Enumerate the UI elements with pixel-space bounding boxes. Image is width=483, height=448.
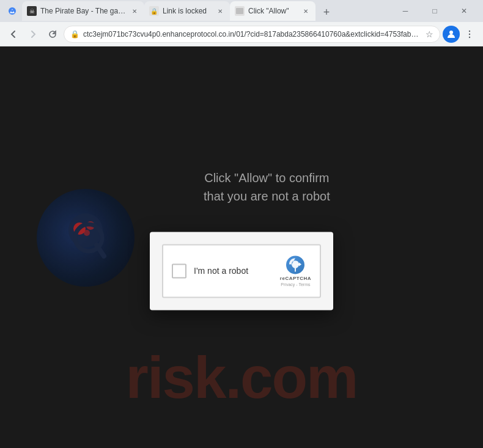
tab-click-allow-favicon <box>235 6 245 16</box>
bookmark-icon[interactable]: ☆ <box>426 29 433 39</box>
recaptcha-terms-link[interactable]: Terms <box>298 282 310 287</box>
lock-icon: 🔒 <box>70 30 79 39</box>
tab-click-allow[interactable]: Click "Allow" ✕ <box>230 1 315 21</box>
new-tab-button[interactable]: + <box>318 4 335 21</box>
svg-text:🔒: 🔒 <box>150 7 158 15</box>
svg-point-10 <box>469 33 470 34</box>
tab-link-locked-title: Link is locked <box>163 7 212 15</box>
tab-click-allow-title: Click "Allow" <box>248 7 297 15</box>
tab-piratebay-title: The Pirate Bay - The galaxy's m... <box>40 7 126 15</box>
tab-link-locked-favicon: 🔒 <box>149 6 159 16</box>
svg-point-15 <box>84 230 90 236</box>
svg-point-19 <box>293 262 298 266</box>
maximize-button[interactable]: □ <box>421 0 449 22</box>
forward-button[interactable] <box>24 26 42 43</box>
recaptcha-links: Privacy - Terms <box>281 282 310 287</box>
tab-piratebay[interactable]: ☠ The Pirate Bay - The galaxy's m... ✕ <box>22 1 144 21</box>
watermark-text: risk.com <box>126 344 358 411</box>
nav-bar: 🔒 ctc3ejm071bc73cvu4p0.enhanceprotocol.c… <box>0 22 483 46</box>
instruction-line1: Click "Allow" to confirm <box>204 169 330 187</box>
nav-right-icons <box>443 26 478 43</box>
recaptcha-box: I'm not a robot <box>162 244 321 298</box>
recaptcha-checkbox[interactable] <box>172 263 186 278</box>
recaptcha-label: I'm not a robot <box>194 266 248 276</box>
address-bar[interactable]: 🔒 ctc3ejm071bc73cvu4p0.enhanceprotocol.c… <box>64 26 440 43</box>
tab-link-locked-close[interactable]: ✕ <box>215 6 225 16</box>
instruction-line2: that you are not a robot <box>204 187 330 205</box>
site-logo <box>37 189 135 287</box>
chrome-window: ☠ The Pirate Bay - The galaxy's m... ✕ 🔒… <box>0 0 483 448</box>
minimize-button[interactable]: ─ <box>391 0 419 22</box>
tab-click-allow-close[interactable]: ✕ <box>301 6 311 16</box>
recaptcha-privacy-link[interactable]: Privacy <box>281 282 295 287</box>
recaptcha-left: I'm not a robot <box>172 263 248 278</box>
chrome-menu-icon[interactable] <box>5 4 20 18</box>
svg-point-1 <box>11 10 13 12</box>
recaptcha-brand-label: reCAPTCHA <box>280 276 311 281</box>
tabs-bar: ☠ The Pirate Bay - The galaxy's m... ✕ 🔒… <box>22 1 391 21</box>
tab-piratebay-favicon: ☠ <box>27 6 37 16</box>
chrome-menu-dots[interactable] <box>461 26 478 43</box>
svg-point-8 <box>449 31 453 34</box>
recaptcha-logo-icon <box>286 255 305 274</box>
page-content: risk.com Click "Allow" to confirm that y… <box>0 46 483 448</box>
page-instruction-text: Click "Allow" to confirm that you are no… <box>204 169 330 205</box>
title-bar: ☠ The Pirate Bay - The galaxy's m... ✕ 🔒… <box>0 0 483 22</box>
title-bar-left <box>5 4 20 18</box>
recaptcha-modal: I'm not a robot <box>150 232 333 310</box>
reload-button[interactable] <box>44 26 61 43</box>
tab-piratebay-close[interactable]: ✕ <box>130 6 139 16</box>
svg-text:☠: ☠ <box>29 8 35 15</box>
close-button[interactable]: ✕ <box>450 0 478 22</box>
svg-point-11 <box>469 36 470 37</box>
url-text: ctc3ejm071bc73cvu4p0.enhanceprotocol.co.… <box>83 30 422 39</box>
svg-rect-7 <box>236 8 243 14</box>
window-controls: ─ □ ✕ <box>391 0 478 22</box>
back-button[interactable] <box>5 26 22 43</box>
svg-point-9 <box>469 30 470 31</box>
tab-link-locked[interactable]: 🔒 Link is locked ✕ <box>144 1 230 21</box>
recaptcha-right: reCAPTCHA Privacy - Terms <box>280 255 311 287</box>
profile-icon[interactable] <box>443 26 460 43</box>
